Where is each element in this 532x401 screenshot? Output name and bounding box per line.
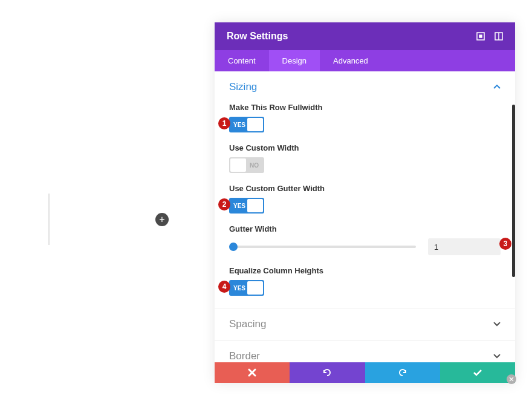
help-icon <box>508 376 514 382</box>
gutter-slider[interactable] <box>229 246 416 248</box>
equalize-toggle[interactable]: YES <box>229 280 264 296</box>
svg-rect-1 <box>479 35 482 37</box>
badge-3: 3 <box>499 238 511 250</box>
close-icon <box>248 368 256 377</box>
custom-width-label: Use Custom Width <box>229 143 501 152</box>
panel-header-actions <box>476 32 503 41</box>
tab-advanced[interactable]: Advanced <box>320 50 381 71</box>
slider-thumb[interactable] <box>229 243 238 251</box>
badge-4: 4 <box>218 281 230 293</box>
tab-content[interactable]: Content <box>215 50 269 71</box>
fullwidth-label: Make This Row Fullwidth <box>229 103 501 112</box>
option-equalize: Equalize Column Heights YES 4 <box>229 266 501 296</box>
chevron-up-icon <box>493 83 501 91</box>
fullwidth-toggle[interactable]: YES <box>229 117 264 132</box>
badge-2: 2 <box>218 198 230 210</box>
undo-icon <box>322 368 332 377</box>
canvas-area: + <box>0 0 215 401</box>
redo-icon <box>398 368 407 377</box>
chevron-down-icon <box>493 320 501 328</box>
undo-button[interactable] <box>290 362 365 383</box>
custom-width-toggle[interactable]: NO <box>229 157 264 173</box>
toggle-handle <box>247 199 263 212</box>
option-gutter-width: Gutter Width 3 <box>229 224 501 255</box>
custom-gutter-toggle[interactable]: YES <box>229 198 264 214</box>
option-fullwidth: Make This Row Fullwidth YES 1 <box>229 103 501 132</box>
gutter-width-label: Gutter Width <box>229 224 501 233</box>
panel-body: Sizing Make This Row Fullwidth YES 1 Use… <box>215 71 515 362</box>
help-button[interactable] <box>507 374 516 384</box>
section-title-spacing: Spacing <box>229 318 266 330</box>
section-header-spacing[interactable]: Spacing <box>215 308 515 340</box>
option-custom-width: Use Custom Width NO <box>229 143 501 173</box>
toggle-handle <box>247 281 263 295</box>
gutter-width-input[interactable] <box>428 238 501 255</box>
redo-button[interactable] <box>365 362 440 383</box>
check-icon <box>473 369 482 376</box>
panel-footer <box>215 362 515 383</box>
section-header-border[interactable]: Border <box>215 341 515 362</box>
section-spacing: Spacing <box>215 308 515 341</box>
badge-1: 1 <box>218 117 230 129</box>
section-title-sizing: Sizing <box>229 81 257 93</box>
option-custom-gutter: Use Custom Gutter Width YES 2 <box>229 184 501 214</box>
cancel-button[interactable] <box>215 362 290 383</box>
equalize-toggle-state: YES <box>233 285 245 292</box>
snap-icon[interactable] <box>495 32 503 41</box>
fullwidth-toggle-state: YES <box>233 122 245 128</box>
section-header-sizing[interactable]: Sizing <box>215 71 515 103</box>
gutter-slider-row <box>229 238 501 255</box>
custom-width-toggle-state: NO <box>250 162 259 169</box>
expand-icon[interactable] <box>476 32 485 41</box>
toggle-handle <box>247 118 263 131</box>
section-title-border: Border <box>229 350 260 362</box>
panel-header: Row Settings <box>215 22 515 50</box>
scroll-indicator[interactable] <box>512 105 515 277</box>
toggle-handle <box>230 158 246 172</box>
custom-gutter-label: Use Custom Gutter Width <box>229 184 501 193</box>
section-sizing: Sizing Make This Row Fullwidth YES 1 Use… <box>215 71 515 308</box>
section-border: Border <box>215 341 515 362</box>
custom-gutter-toggle-state: YES <box>233 203 245 209</box>
panel-title: Row Settings <box>227 31 288 42</box>
chevron-down-icon <box>493 352 501 360</box>
sizing-content: Make This Row Fullwidth YES 1 Use Custom… <box>215 103 515 308</box>
add-module-button[interactable]: + <box>155 213 169 226</box>
row-settings-panel: Row Settings Content Design Advanced Siz… <box>215 22 515 383</box>
equalize-label: Equalize Column Heights <box>229 266 501 275</box>
canvas-divider <box>48 194 50 245</box>
panel-tabs: Content Design Advanced <box>215 50 515 71</box>
tab-design[interactable]: Design <box>269 50 320 71</box>
save-button[interactable] <box>440 362 515 383</box>
